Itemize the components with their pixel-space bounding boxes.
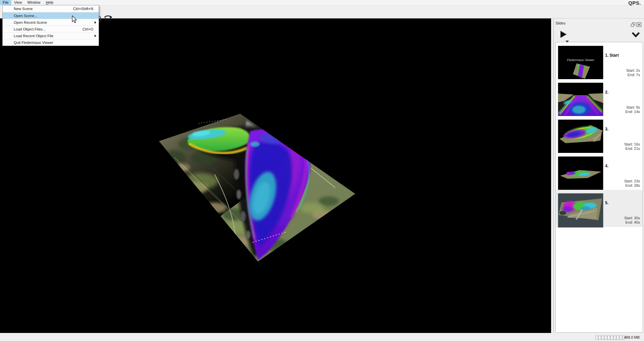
slide-label: 2. — [605, 90, 608, 95]
slide-row-3[interactable]: 3. Start: 16s End: 21s — [556, 116, 643, 153]
slide-start: Start: 23s — [624, 179, 640, 183]
menu-window[interactable]: Window — [24, 0, 43, 5]
slide-times: Start: 9s End: 14s — [626, 105, 640, 114]
slide-thumbnail-5[interactable] — [558, 193, 603, 228]
slides-panel-title: Slides — [555, 21, 566, 25]
menu-item-label: New Scene — [14, 7, 33, 11]
slide-times: Start: 23s End: 28s — [624, 179, 640, 188]
qps-logo: QPS. — [628, 0, 641, 6]
slide-label: 4. — [605, 164, 608, 168]
slide-label: 1. Start — [605, 53, 619, 58]
slide-end: End: 14s — [626, 110, 640, 114]
menu-item-load-object-files[interactable]: Load Object Files... Ctrl+O — [3, 25, 99, 32]
play-options-dropdown-icon[interactable] — [566, 38, 569, 44]
close-panel-icon[interactable] — [637, 22, 641, 28]
slide-row-5[interactable]: 5. Start: 30s End: 40s — [556, 190, 643, 227]
slide-row-2[interactable]: 2. Start: 9s End: 14s — [556, 79, 643, 116]
rotate-view-icon[interactable] — [103, 14, 113, 22]
file-menu-dropdown: New Scene Ctrl+Shift+N Open Scene... Ope… — [2, 5, 99, 46]
scene-3d-viewport[interactable] — [0, 18, 551, 333]
slide-thumbnail-4[interactable] — [558, 156, 603, 191]
float-panel-icon[interactable] — [631, 22, 636, 28]
menu-item-load-recent-object-file[interactable]: Load Recent Object File — [3, 32, 99, 39]
menu-item-quit[interactable]: Quit Fledermaus Viewer — [3, 39, 99, 46]
slide-label: 5. — [605, 201, 608, 205]
terrain-model — [0, 18, 551, 333]
slide-thumbnail-3[interactable] — [558, 119, 603, 154]
slide-end: End: 40s — [624, 220, 640, 225]
slide-thumbnail-2[interactable] — [558, 82, 603, 117]
chevron-down-icon[interactable] — [632, 32, 640, 39]
menu-item-open-scene[interactable]: Open Scene... — [3, 12, 99, 19]
slide-end: End: 7s — [626, 73, 640, 77]
slide-start: Start: 16s — [624, 142, 640, 147]
panel-splitter[interactable] — [553, 18, 554, 333]
memory-gauge-cell — [616, 336, 619, 340]
slide-thumbnail-1[interactable]: Fledermaus Viewer — [558, 46, 603, 80]
menu-item-label: Open Recent Scene — [14, 20, 47, 24]
menu-item-open-recent-scene[interactable]: Open Recent Scene — [3, 19, 99, 25]
thumbnail-caption: Fledermaus Viewer — [567, 58, 594, 62]
slide-end: End: 28s — [624, 183, 640, 188]
slide-start: Start: 9s — [626, 105, 640, 110]
menu-bar: FileViewWindowHelp — [0, 0, 644, 5]
memory-gauge-cell — [595, 336, 598, 340]
slide-start: Start: 30s — [624, 216, 640, 220]
slide-start: Start: 2s — [626, 68, 640, 73]
memory-usage-label: 488.0 MB — [624, 335, 640, 339]
memory-gauge — [595, 336, 626, 340]
memory-gauge-cell — [613, 336, 616, 340]
slide-times: Start: 16s End: 21s — [624, 142, 640, 151]
slide-row-4[interactable]: 4. Start: 23s End: 28s — [556, 153, 643, 190]
menu-item-shortcut: Ctrl+O — [83, 27, 99, 31]
memory-gauge-cell — [601, 336, 604, 340]
menu-item-label: Quit Fledermaus Viewer — [14, 41, 53, 45]
submenu-arrow-icon — [95, 21, 96, 24]
play-slideshow-icon[interactable] — [560, 31, 567, 38]
slides-list: Fledermaus Viewer 1. Start Start: 2s End… — [555, 42, 643, 333]
menu-item-new-scene[interactable]: New Scene Ctrl+Shift+N — [3, 5, 99, 12]
slide-row-1[interactable]: Fledermaus Viewer 1. Start Start: 2s End… — [556, 42, 643, 79]
menu-help[interactable]: Help — [43, 0, 56, 5]
slide-times: Start: 30s End: 40s — [624, 216, 640, 225]
memory-gauge-cell — [598, 336, 601, 340]
menu-item-shortcut: Ctrl+Shift+N — [73, 7, 99, 11]
memory-gauge-cell — [607, 336, 610, 340]
slide-label: 3. — [605, 127, 608, 131]
menu-file[interactable]: File — [0, 0, 11, 5]
menu-item-label: Open Scene... — [14, 14, 37, 18]
menu-view[interactable]: View — [11, 0, 25, 5]
mouse-cursor-icon — [72, 15, 77, 24]
menu-item-label: Load Object Files... — [14, 27, 46, 31]
menu-item-label: Load Recent Object File — [14, 34, 53, 38]
submenu-arrow-icon — [95, 35, 96, 37]
slide-end: End: 21s — [624, 147, 640, 151]
memory-gauge-cell — [620, 336, 622, 340]
status-bar — [0, 333, 644, 341]
memory-gauge-cell — [610, 336, 613, 340]
slide-times: Start: 2s End: 7s — [626, 68, 640, 77]
memory-gauge-cell — [604, 336, 607, 340]
